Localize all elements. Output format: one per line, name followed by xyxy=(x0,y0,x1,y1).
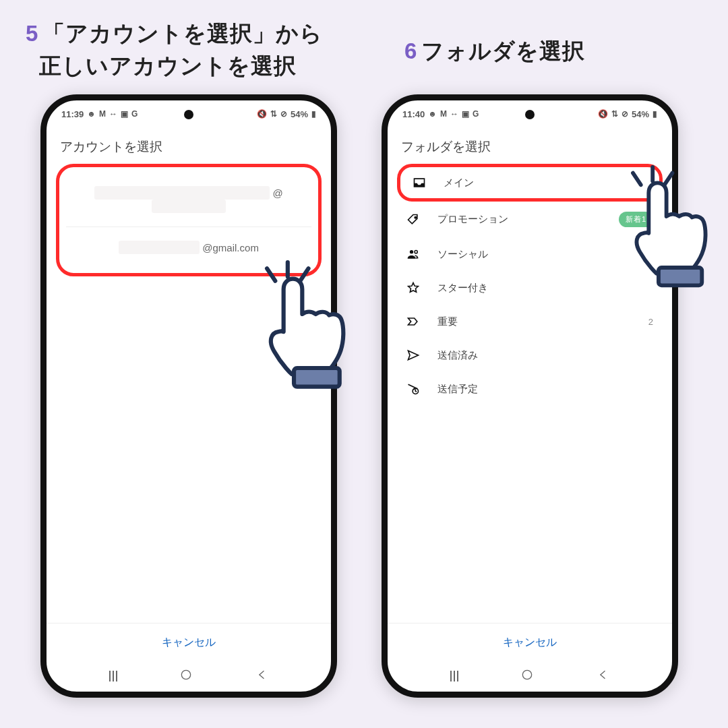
new-badge: 新着1 xyxy=(619,212,653,227)
folder-count: 2 xyxy=(648,317,653,327)
nodata-icon: ⊘ xyxy=(280,109,287,119)
phone-side-button xyxy=(335,276,337,340)
nav-back[interactable] xyxy=(255,668,269,684)
folder-main-highlight: メイン xyxy=(397,164,663,202)
account-at: @ xyxy=(272,187,282,199)
step-5-line2: 正しいアカウントを選択 xyxy=(39,53,297,78)
folder-label: スター付き xyxy=(437,282,653,295)
arrow-icon: ↔ xyxy=(450,109,458,119)
status-battery: 54% xyxy=(632,109,649,119)
account-domain: @gmail.com xyxy=(202,242,259,253)
star-icon xyxy=(406,281,421,295)
status-bar: 11:39 ☻ M ↔ ▣ G 🔇 ⇅ ⊘ 54% ▮ xyxy=(47,100,331,127)
google-icon: G xyxy=(131,109,138,119)
google-icon: G xyxy=(473,109,479,119)
redacted-email-prefix xyxy=(119,241,200,254)
phone-side-button xyxy=(676,276,678,340)
folder-label: 送信予定 xyxy=(437,383,653,396)
nav-recents[interactable] xyxy=(109,671,117,681)
wifi-icon: ⇅ xyxy=(270,109,277,119)
phone-frame-step5: 11:39 ☻ M ↔ ▣ G 🔇 ⇅ ⊘ 54% ▮ アカウントを選択 @ @… xyxy=(40,94,337,698)
wifi-icon: ⇅ xyxy=(611,109,618,119)
phone-side-button xyxy=(40,276,42,313)
arrow-icon: ↔ xyxy=(109,109,117,119)
folder-main[interactable]: メイン xyxy=(403,167,657,198)
send-icon xyxy=(406,348,421,362)
folder-important[interactable]: 重要 2 xyxy=(397,305,663,338)
people-icon xyxy=(406,247,421,261)
tag-icon xyxy=(406,213,421,226)
gmail-icon: M xyxy=(99,109,106,119)
svg-point-2 xyxy=(410,250,413,253)
image-icon: ▣ xyxy=(462,109,469,119)
svg-point-3 xyxy=(415,251,417,253)
screen-title-select-account: アカウントを選択 xyxy=(47,127,331,164)
folder-label: メイン xyxy=(444,177,647,189)
phone-frame-step6: 11:40 ☻ M ↔ ▣ G 🔇 ⇅ ⊘ 54% ▮ フォルダを選択 メイン xyxy=(382,94,678,698)
step-6-number: 6 xyxy=(404,38,417,63)
account-icon: ☻ xyxy=(87,109,96,119)
svg-point-1 xyxy=(415,216,416,218)
folder-promotions[interactable]: プロモーション 新着1 xyxy=(397,202,663,237)
silent-icon: 🔇 xyxy=(257,109,267,119)
folder-label: ソーシャル xyxy=(437,248,653,261)
important-icon xyxy=(406,315,421,328)
nodata-icon: ⊘ xyxy=(621,109,628,119)
image-icon: ▣ xyxy=(121,109,128,119)
redacted-email-prefix xyxy=(94,186,270,200)
folder-social[interactable]: ソーシャル xyxy=(397,237,663,271)
status-battery: 54% xyxy=(291,109,308,119)
cancel-button[interactable]: キャンセル xyxy=(47,623,331,650)
account-icon: ☻ xyxy=(428,109,437,119)
nav-recents[interactable] xyxy=(450,671,458,681)
nav-bar xyxy=(388,661,672,692)
nav-home[interactable] xyxy=(179,668,193,684)
folder-scheduled[interactable]: 送信予定 xyxy=(397,372,663,406)
nav-bar xyxy=(47,661,331,692)
inbox-icon xyxy=(413,176,427,189)
phone-side-button xyxy=(382,276,384,313)
folder-sent[interactable]: 送信済み xyxy=(397,338,663,372)
svg-point-0 xyxy=(181,670,190,679)
folder-label: 重要 xyxy=(437,315,632,328)
step-6-title: 6フォルダを選択 xyxy=(404,36,585,67)
nav-back[interactable] xyxy=(597,668,610,684)
nav-home[interactable] xyxy=(520,668,534,684)
redacted-email-domain xyxy=(152,200,226,213)
phone-side-button xyxy=(382,229,384,266)
account-row[interactable]: @ xyxy=(66,173,311,227)
gmail-icon: M xyxy=(440,109,447,119)
step-5-line1: 「アカウントを選択」から xyxy=(42,21,323,46)
silent-icon: 🔇 xyxy=(598,109,608,119)
status-time: 11:40 xyxy=(402,109,425,119)
folder-starred[interactable]: スター付き xyxy=(397,271,663,305)
account-row[interactable]: @gmail.com xyxy=(66,227,311,268)
status-time: 11:39 xyxy=(61,109,84,119)
step-6-text: フォルダを選択 xyxy=(421,38,585,63)
screen-title-select-folder: フォルダを選択 xyxy=(388,127,672,164)
folder-label: プロモーション xyxy=(437,213,603,226)
step-5-title: 5「アカウントを選択」から 正しいアカウントを選択 xyxy=(26,18,323,82)
battery-icon: ▮ xyxy=(311,109,316,119)
cancel-button[interactable]: キャンセル xyxy=(388,623,672,650)
step-5-number: 5 xyxy=(26,21,38,46)
folder-label: 送信済み xyxy=(437,349,653,362)
account-list-highlight: @ @gmail.com xyxy=(56,164,322,276)
svg-point-5 xyxy=(522,670,531,679)
schedule-send-icon xyxy=(406,382,421,396)
phone-side-button xyxy=(40,229,42,266)
status-bar: 11:40 ☻ M ↔ ▣ G 🔇 ⇅ ⊘ 54% ▮ xyxy=(388,100,672,127)
battery-icon: ▮ xyxy=(653,109,657,119)
